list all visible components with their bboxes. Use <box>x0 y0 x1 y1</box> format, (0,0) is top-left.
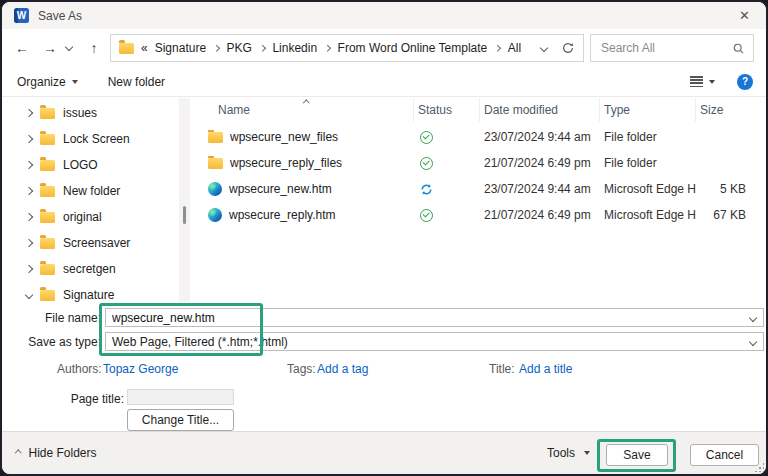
organize-button[interactable]: Organize <box>17 75 78 89</box>
chevron-down-icon[interactable] <box>749 314 757 322</box>
chevron-right-icon <box>213 45 219 51</box>
address-dropdown-chevron-icon[interactable] <box>540 44 548 52</box>
folder-icon <box>40 212 55 223</box>
save-as-type-dropdown[interactable]: Web Page, Filtered (*.htm;*.html) <box>105 332 764 351</box>
date-modified: 21/07/2024 6:49 pm <box>480 156 600 170</box>
chevron-right-icon <box>259 45 265 51</box>
close-icon[interactable]: ✕ <box>733 6 756 25</box>
save-as-dialog: Save As ✕ ← → ↑ « Signature PKG Linkedin… <box>0 0 768 476</box>
search-input[interactable] <box>599 40 732 56</box>
chevron-right-icon[interactable] <box>25 239 33 247</box>
file-type: Microsoft Edge H... <box>600 208 696 222</box>
breadcrumb-segment[interactable]: Linkedin <box>272 41 317 55</box>
column-header-type[interactable]: Type <box>600 98 696 122</box>
column-header-size[interactable]: Size <box>696 98 762 122</box>
folder-icon <box>208 158 223 169</box>
folder-tree: issues Lock Screen LOGO New folder origi <box>2 100 178 308</box>
date-modified: 21/07/2024 6:49 pm <box>480 208 600 222</box>
breadcrumb-segment[interactable]: Signature <box>155 41 206 55</box>
up-icon[interactable]: ↑ <box>84 38 104 58</box>
column-header-date-modified[interactable]: Date modified <box>480 98 600 122</box>
chevron-down-icon[interactable] <box>25 291 33 299</box>
chevron-right-icon[interactable] <box>25 161 33 169</box>
table-row[interactable]: wpsecure_new.htm 23/07/2024 9:44 am Micr… <box>192 176 765 202</box>
breadcrumb-segment[interactable]: From Word Online Template <box>338 41 488 55</box>
sidebar-item-new-folder[interactable]: New folder <box>2 178 178 204</box>
breadcrumb-overflow[interactable]: « <box>141 41 148 55</box>
authors-value-link[interactable]: Topaz George <box>103 362 178 376</box>
file-name-input[interactable] <box>112 311 743 325</box>
table-row[interactable]: wpsecure_reply.htm 21/07/2024 6:49 pm Mi… <box>192 202 765 228</box>
chevron-right-icon[interactable] <box>25 265 33 273</box>
tags-label: Tags: <box>287 362 316 376</box>
save-button[interactable]: Save <box>606 444 668 466</box>
view-mode-button[interactable] <box>690 76 715 87</box>
recent-locations-chevron-icon[interactable] <box>65 43 73 51</box>
change-title-label: Change Title... <box>142 413 219 427</box>
chevron-right-icon[interactable] <box>25 213 33 221</box>
cancel-button[interactable]: Cancel <box>690 444 759 466</box>
chevron-down-icon[interactable] <box>749 338 757 346</box>
sidebar-item-label: secretgen <box>63 262 116 276</box>
synced-check-icon <box>420 209 433 222</box>
column-label: Status <box>418 103 452 117</box>
new-folder-button[interactable]: New folder <box>108 75 165 89</box>
chevron-right-icon[interactable] <box>25 135 33 143</box>
add-tag-link[interactable]: Add a tag <box>317 362 368 376</box>
date-modified: 23/07/2024 9:44 am <box>480 182 600 196</box>
tree-scrollbar-thumb[interactable] <box>183 206 186 224</box>
tree-scrollbar[interactable] <box>179 98 190 302</box>
command-toolbar: Organize New folder <box>2 67 766 97</box>
breadcrumb-segment[interactable]: All <box>508 41 521 55</box>
hide-folders-label: Hide Folders <box>29 446 97 460</box>
column-header-status[interactable]: Status <box>414 98 480 122</box>
synced-check-icon <box>420 157 433 170</box>
page-title-label: Page title: <box>62 392 124 406</box>
add-title-link[interactable]: Add a title <box>519 362 572 376</box>
list-rows: wpsecure_new_files 23/07/2024 9:44 am Fi… <box>192 124 765 228</box>
table-row[interactable]: wpsecure_reply_files 21/07/2024 6:49 pm … <box>192 150 765 176</box>
folder-icon <box>40 264 55 275</box>
new-folder-label: New folder <box>108 75 165 89</box>
save-label: Save <box>623 448 650 462</box>
file-name: wpsecure_new.htm <box>229 182 332 196</box>
tools-dropdown[interactable]: Tools <box>547 446 590 460</box>
folder-icon <box>40 290 55 301</box>
search-icon[interactable] <box>732 42 745 55</box>
column-label: Size <box>700 103 723 117</box>
folder-icon <box>40 134 55 145</box>
file-type: File folder <box>600 130 696 144</box>
save-as-type-label: Save as type: <box>2 335 101 349</box>
title-bar: Save As ✕ <box>2 2 766 29</box>
caret-down-icon <box>72 80 78 84</box>
change-title-button[interactable]: Change Title... <box>127 409 234 431</box>
hide-folders-button[interactable]: Hide Folders <box>16 446 97 460</box>
sidebar-item-logo[interactable]: LOGO <box>2 152 178 178</box>
edge-browser-icon <box>208 208 222 222</box>
dialog-title: Save As <box>38 9 82 23</box>
chevron-right-icon[interactable] <box>25 187 33 195</box>
sidebar-item-label: original <box>63 210 102 224</box>
breadcrumb[interactable]: « Signature PKG Linkedin From Word Onlin… <box>110 34 584 62</box>
sidebar-item-original[interactable]: original <box>2 204 178 230</box>
folder-icon <box>208 132 223 143</box>
breadcrumb-segment[interactable]: PKG <box>227 41 252 55</box>
help-button[interactable] <box>737 74 753 90</box>
chevron-right-icon[interactable] <box>25 109 33 117</box>
refresh-icon[interactable] <box>561 41 575 55</box>
sidebar-item-screensaver[interactable]: Screensaver <box>2 230 178 256</box>
file-name-label: File name: <box>2 311 101 325</box>
save-as-type-value: Web Page, Filtered (*.htm;*.html) <box>112 335 288 349</box>
sidebar-item-lock-screen[interactable]: Lock Screen <box>2 126 178 152</box>
forward-icon[interactable]: → <box>40 38 60 58</box>
sidebar-item-secretgen[interactable]: secretgen <box>2 256 178 282</box>
page-title-field[interactable] <box>127 389 234 405</box>
sidebar-item-signature[interactable]: Signature <box>2 282 178 308</box>
file-name: wpsecure_new_files <box>230 130 338 144</box>
edge-browser-icon <box>208 182 222 196</box>
cancel-label: Cancel <box>706 448 743 462</box>
column-header-name[interactable]: Name <box>192 98 414 122</box>
table-row[interactable]: wpsecure_new_files 23/07/2024 9:44 am Fi… <box>192 124 765 150</box>
sidebar-item-issues[interactable]: issues <box>2 100 178 126</box>
back-icon[interactable]: ← <box>12 38 32 58</box>
